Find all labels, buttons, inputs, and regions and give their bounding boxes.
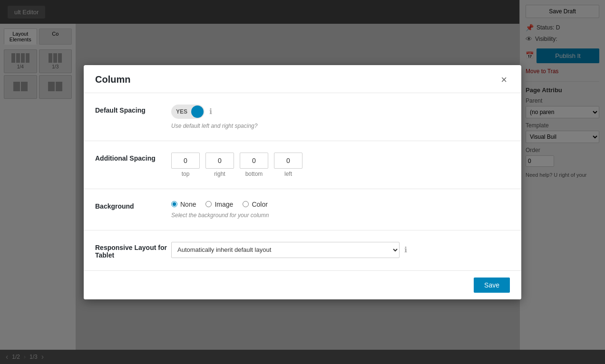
- toggle-yes-label: YES: [172, 107, 191, 116]
- default-spacing-label: Default Spacing: [95, 105, 171, 114]
- spacing-bottom-label: bottom: [245, 171, 263, 177]
- background-options: None Image Color: [171, 201, 510, 208]
- default-spacing-hint: Use default left and right spacing?: [171, 123, 510, 129]
- responsive-info-icon[interactable]: ℹ: [404, 245, 407, 254]
- spacing-bottom-field: bottom: [240, 153, 268, 177]
- responsive-select[interactable]: Automatically inherit default layout Ful…: [171, 242, 400, 258]
- spacing-left-input[interactable]: [274, 153, 302, 169]
- spacing-right-input[interactable]: [205, 153, 234, 169]
- modal-body: Default Spacing YES ℹ Use default left a…: [84, 93, 521, 270]
- bg-color-radio[interactable]: [243, 201, 249, 207]
- toggle-info-icon[interactable]: ℹ: [209, 107, 212, 116]
- additional-spacing-label: Additional Spacing: [95, 153, 171, 162]
- responsive-row: Automatically inherit default layout Ful…: [171, 242, 510, 258]
- spacing-top-field: top: [171, 153, 200, 177]
- spacing-left-label: left: [284, 171, 292, 177]
- bg-image-option[interactable]: Image: [205, 201, 233, 208]
- responsive-layout-label: Responsive Layout for Tablet: [95, 242, 171, 259]
- modal-close-button[interactable]: ×: [498, 74, 510, 86]
- spacing-right-label: right: [214, 171, 225, 177]
- modal-footer: Save: [84, 270, 521, 299]
- background-section: Background None Image Color: [84, 189, 521, 230]
- toggle-row: YES ℹ: [171, 105, 510, 119]
- spacing-bottom-input[interactable]: [240, 153, 268, 169]
- default-spacing-content: YES ℹ Use default left and right spacing…: [171, 105, 510, 129]
- additional-spacing-content: top right bottom left: [171, 153, 510, 177]
- responsive-layout-section: Responsive Layout for Tablet Automatical…: [84, 230, 521, 270]
- bg-none-label: None: [180, 201, 196, 208]
- default-spacing-section: Default Spacing YES ℹ Use default left a…: [84, 93, 521, 141]
- spacing-top-input[interactable]: [171, 153, 200, 169]
- spacing-inputs: top right bottom left: [171, 153, 510, 177]
- save-button[interactable]: Save: [474, 278, 510, 293]
- spacing-left-field: left: [274, 153, 302, 177]
- spacing-right-field: right: [205, 153, 234, 177]
- toggle-container[interactable]: YES: [171, 105, 205, 119]
- column-modal: Column × Default Spacing YES ℹ Use defau…: [84, 65, 521, 299]
- bg-color-option[interactable]: Color: [243, 201, 267, 208]
- modal-header: Column ×: [84, 65, 521, 93]
- modal-title: Column: [95, 74, 130, 85]
- toggle-knob: [191, 105, 204, 118]
- modal-overlay: Column × Default Spacing YES ℹ Use defau…: [0, 0, 605, 364]
- responsive-layout-content: Automatically inherit default layout Ful…: [171, 242, 510, 258]
- background-label: Background: [95, 201, 171, 210]
- background-content: None Image Color Select the background f…: [171, 201, 510, 219]
- bg-none-radio[interactable]: [171, 201, 177, 207]
- background-hint: Select the background for your column: [171, 212, 510, 219]
- bg-color-label: Color: [252, 201, 267, 208]
- bg-image-label: Image: [215, 201, 233, 208]
- bg-image-radio[interactable]: [205, 201, 212, 207]
- spacing-top-label: top: [182, 171, 190, 177]
- additional-spacing-section: Additional Spacing top right: [84, 141, 521, 189]
- bg-none-option[interactable]: None: [171, 201, 196, 208]
